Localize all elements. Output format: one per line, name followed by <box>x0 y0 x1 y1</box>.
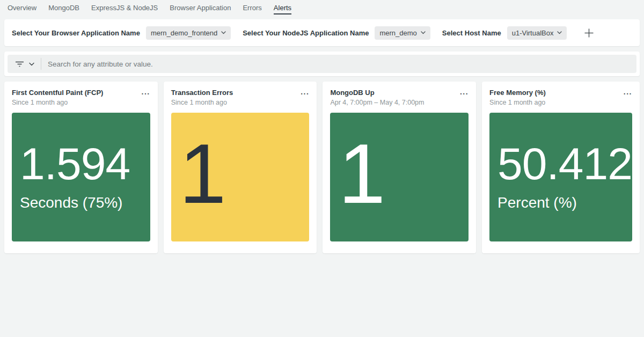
search-bar <box>8 55 636 73</box>
tab-browser-application[interactable]: Browser Application <box>170 4 231 14</box>
billboard-unit: Percent (%) <box>497 194 632 211</box>
billboard-free-memory: 50.412 Percent (%) <box>489 113 632 241</box>
widget-fcp: First Contentful Paint (FCP) ... Since 1… <box>4 82 158 253</box>
search-bar-panel <box>4 52 640 76</box>
billboard-value: 1 <box>179 135 310 211</box>
tab-expressjs-nodejs[interactable]: ExpressJS & NodeJS <box>91 4 158 14</box>
tab-overview[interactable]: Overview <box>8 4 36 14</box>
widget-menu-button[interactable]: ... <box>620 89 632 97</box>
tab-mongodb[interactable]: MongoDB <box>48 4 79 14</box>
billboard-transaction-errors: 1 <box>171 113 310 241</box>
browser-app-dropdown[interactable]: mern_demo_frontend <box>146 26 231 40</box>
billboard-mongodb-up: 1 <box>330 113 469 241</box>
billboard-value: 1.594 <box>20 143 150 186</box>
billboard-value: 50.412 <box>497 143 632 186</box>
filter-lines-icon <box>15 61 24 67</box>
chevron-down-icon <box>557 31 562 34</box>
search-filter-button[interactable] <box>8 58 41 70</box>
chevron-down-icon <box>421 31 426 34</box>
widget-title: Transaction Errors <box>171 89 233 97</box>
chevron-down-icon <box>29 62 34 66</box>
widget-time-range: Since 1 month ago <box>171 99 310 106</box>
widget-menu-button[interactable]: ... <box>138 89 150 97</box>
widget-title: First Contentful Paint (FCP) <box>12 89 103 97</box>
host-name-dropdown[interactable]: u1-VirtualBox <box>507 26 567 40</box>
widget-title: MongoDB Up <box>330 89 374 97</box>
nodejs-app-dropdown[interactable]: mern_demo <box>375 26 430 40</box>
entity-filter-bar: Select Your Browser Application Name mer… <box>4 19 640 46</box>
widget-title: Free Memory (%) <box>489 89 546 97</box>
plus-icon <box>584 28 594 38</box>
tab-errors[interactable]: Errors <box>243 4 261 14</box>
widget-free-memory: Free Memory (%) ... Since 1 month ago 50… <box>482 82 640 253</box>
widget-time-range: Apr 4, 7:00pm – May 4, 7:00pm <box>330 99 469 106</box>
billboard-value: 1 <box>338 135 469 211</box>
browser-app-label: Select Your Browser Application Name <box>12 29 140 37</box>
browser-app-dropdown-value: mern_demo_frontend <box>151 29 217 37</box>
chevron-down-icon <box>221 31 226 34</box>
widget-menu-button[interactable]: ... <box>457 89 469 97</box>
widget-menu-button[interactable]: ... <box>297 89 309 97</box>
host-name-label: Select Host Name <box>442 29 501 37</box>
widget-time-range: Since 1 month ago <box>12 99 150 106</box>
nodejs-app-label: Select Your NodeJS Application Name <box>243 29 369 37</box>
nodejs-app-dropdown-value: mern_demo <box>379 29 416 37</box>
widget-transaction-errors: Transaction Errors ... Since 1 month ago… <box>164 82 317 253</box>
host-name-dropdown-value: u1-VirtualBox <box>512 29 554 37</box>
top-tab-bar: Overview MongoDB ExpressJS & NodeJS Brow… <box>0 0 644 14</box>
billboard-unit: Seconds (75%) <box>20 194 150 211</box>
widget-time-range: Since 1 month ago <box>489 99 632 106</box>
billboard-fcp: 1.594 Seconds (75%) <box>12 113 150 241</box>
widgets-row: First Contentful Paint (FCP) ... Since 1… <box>4 82 640 253</box>
add-filter-button[interactable] <box>584 28 594 38</box>
search-input[interactable] <box>41 55 636 73</box>
widget-mongodb-up: MongoDB Up ... Apr 4, 7:00pm – May 4, 7:… <box>323 82 476 253</box>
tab-alerts[interactable]: Alerts <box>274 4 291 14</box>
